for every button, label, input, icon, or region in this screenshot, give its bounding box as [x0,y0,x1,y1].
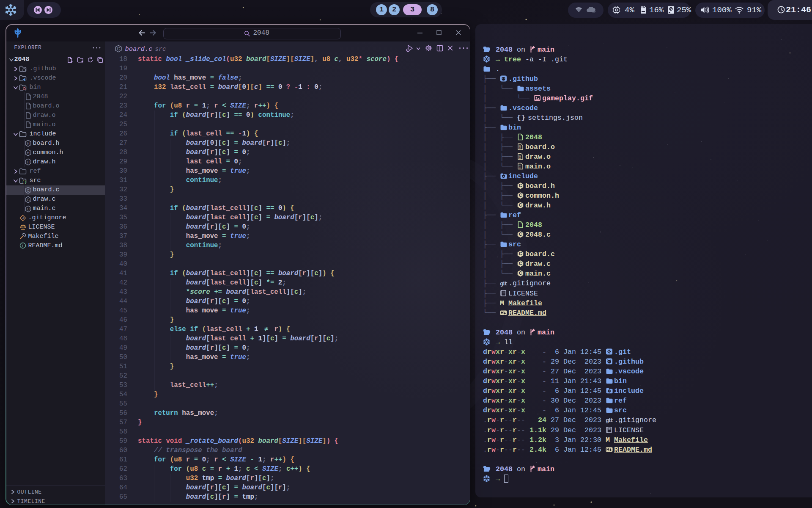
svg-text:C: C [519,232,522,237]
svg-text:C: C [519,183,522,188]
svg-text:10: 10 [518,147,521,149]
svg-text:H: H [27,160,30,164]
svg-text:C: C [519,193,522,198]
svg-text:C: C [27,207,30,211]
svg-text:C: C [117,46,120,51]
svg-text:C: C [27,188,30,193]
svg-text:(): () [22,180,26,185]
svg-text:10: 10 [518,167,521,169]
svg-text:C: C [519,203,522,207]
svg-text:C: C [519,271,522,276]
svg-text:C: C [519,261,522,266]
svg-text:C: C [27,197,30,202]
svg-text:10: 10 [518,157,521,159]
svg-text:H: H [27,151,30,155]
svg-text:H: H [27,141,30,146]
svg-text:C: C [519,251,522,256]
